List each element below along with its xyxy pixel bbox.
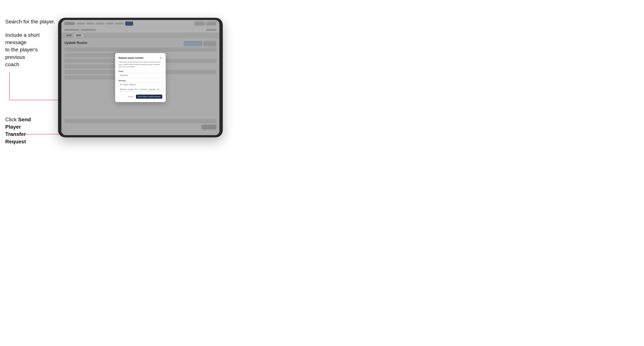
modal-description: If the player is transferring from anoth… [118, 61, 162, 68]
message-textarea[interactable]: Hi Coach McHarg, Please accept this tran… [118, 82, 162, 92]
app-content: Update Roster Request player transfer ✕ [62, 20, 220, 135]
tablet-device: Update Roster Request player transfer ✕ [58, 18, 223, 137]
modal-overlay: Request player transfer ✕ If the player … [62, 20, 220, 135]
player-input[interactable] [118, 73, 162, 78]
message-label: Message [118, 80, 162, 81]
annotation-message: Include a short messageto the player's p… [5, 31, 56, 68]
modal-footer: Cancel Send Player Transfer Request [118, 95, 162, 99]
player-label: Player [118, 70, 162, 72]
send-transfer-request-button[interactable]: Send Player Transfer Request [136, 95, 162, 99]
request-transfer-modal: Request player transfer ✕ If the player … [115, 53, 166, 102]
cancel-button[interactable]: Cancel [126, 95, 134, 98]
modal-title: Request player transfer [118, 57, 144, 59]
close-icon[interactable]: ✕ [159, 56, 162, 59]
tablet-screen: Update Roster Request player transfer ✕ [62, 20, 220, 135]
annotation-click: Click Send PlayerTransfer Request [5, 116, 46, 145]
modal-header: Request player transfer ✕ [118, 56, 162, 59]
annotation-search: Search for the player. [5, 19, 55, 25]
